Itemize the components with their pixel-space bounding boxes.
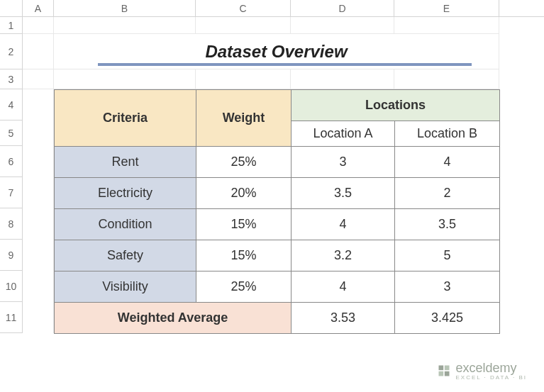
table-row: Electricity 20% 3.5 2 (55, 178, 500, 209)
criteria-cell[interactable]: Rent (55, 147, 196, 178)
loc-b-cell[interactable]: 4 (395, 147, 500, 178)
weighted-average-b[interactable]: 3.425 (395, 303, 500, 334)
cell-E1[interactable] (394, 17, 499, 34)
table-row: Visibility 25% 4 3 (55, 271, 500, 303)
loc-b-cell[interactable]: 5 (395, 240, 500, 271)
header-location-a[interactable]: Location A (292, 121, 395, 147)
col-header-D[interactable]: D (291, 0, 394, 16)
criteria-cell[interactable]: Safety (55, 240, 196, 271)
cell-E3[interactable] (394, 69, 499, 89)
cell-D1[interactable] (291, 17, 394, 34)
criteria-cell[interactable]: Condition (55, 209, 196, 240)
row-header-2[interactable]: 2 (0, 34, 23, 69)
row-header-7[interactable]: 7 (0, 177, 23, 208)
cell-D3[interactable] (291, 69, 394, 89)
weight-cell[interactable]: 20% (196, 178, 292, 209)
select-all-corner[interactable] (0, 0, 23, 16)
col-header-E[interactable]: E (394, 0, 499, 16)
row-header-11[interactable]: 11 (0, 302, 23, 333)
loc-a-cell[interactable]: 3.5 (292, 178, 395, 209)
row-header-5[interactable]: 5 (0, 121, 23, 146)
row-header-4[interactable]: 4 (0, 89, 23, 121)
svg-rect-2 (439, 371, 444, 376)
row-header-8[interactable]: 8 (0, 208, 23, 240)
weight-cell[interactable]: 25% (196, 147, 292, 178)
page-title[interactable]: Dataset Overview (54, 34, 499, 69)
row-header-3[interactable]: 3 (0, 69, 23, 89)
weighted-average-label[interactable]: Weighted Average (55, 303, 292, 334)
row-header-1[interactable]: 1 (0, 17, 23, 34)
cell-B1[interactable] (54, 17, 196, 34)
cell-A1[interactable] (23, 17, 54, 34)
cell-A2[interactable] (23, 34, 54, 69)
watermark-tagline: EXCEL · DATA · BI (455, 374, 527, 381)
data-table: Criteria Weight Locations Location A Loc… (54, 89, 500, 334)
svg-rect-0 (439, 366, 444, 371)
col-header-C[interactable]: C (196, 0, 291, 16)
table-row: Safety 15% 3.2 5 (55, 240, 500, 271)
cell-A3[interactable] (23, 69, 54, 89)
header-locations[interactable]: Locations (292, 90, 500, 121)
weighted-average-row: Weighted Average 3.53 3.425 (55, 303, 500, 334)
watermark: exceldemy EXCEL · DATA · BI (437, 361, 527, 381)
weighted-average-a[interactable]: 3.53 (292, 303, 395, 334)
criteria-cell[interactable]: Visibility (55, 271, 196, 303)
weight-cell[interactable]: 15% (196, 209, 292, 240)
row-header-column: 1 2 3 4 5 6 7 8 9 10 11 (0, 17, 23, 333)
svg-rect-3 (445, 371, 450, 376)
criteria-cell[interactable]: Electricity (55, 178, 196, 209)
brand-logo-icon (437, 364, 451, 378)
col-header-B[interactable]: B (54, 0, 196, 16)
table-row: Rent 25% 3 4 (55, 147, 500, 178)
cell-C3[interactable] (196, 69, 291, 89)
page-title-text: Dataset Overview (205, 42, 347, 62)
row-header-10[interactable]: 10 (0, 271, 23, 302)
weight-cell[interactable]: 25% (196, 271, 292, 303)
loc-b-cell[interactable]: 2 (395, 178, 500, 209)
watermark-brand: exceldemy (455, 361, 516, 375)
row-header-6[interactable]: 6 (0, 146, 23, 177)
cell-C1[interactable] (196, 17, 291, 34)
cell-A-gutter[interactable] (23, 89, 54, 333)
loc-a-cell[interactable]: 3.2 (292, 240, 395, 271)
row-header-9[interactable]: 9 (0, 240, 23, 271)
loc-a-cell[interactable]: 4 (292, 271, 395, 303)
loc-a-cell[interactable]: 4 (292, 209, 395, 240)
svg-rect-1 (445, 366, 450, 371)
worksheet-grid: Dataset Overview Criteria Weight Locatio… (23, 17, 500, 334)
header-weight[interactable]: Weight (196, 90, 292, 147)
col-header-A[interactable]: A (23, 0, 54, 16)
header-criteria[interactable]: Criteria (55, 90, 196, 147)
cell-B3[interactable] (54, 69, 196, 89)
header-location-b[interactable]: Location B (395, 121, 500, 147)
column-header-row: A B C D E (0, 0, 544, 17)
loc-b-cell[interactable]: 3.5 (395, 209, 500, 240)
loc-a-cell[interactable]: 3 (292, 147, 395, 178)
weight-cell[interactable]: 15% (196, 240, 292, 271)
loc-b-cell[interactable]: 3 (395, 271, 500, 303)
table-row: Condition 15% 4 3.5 (55, 209, 500, 240)
title-underline (98, 63, 472, 66)
